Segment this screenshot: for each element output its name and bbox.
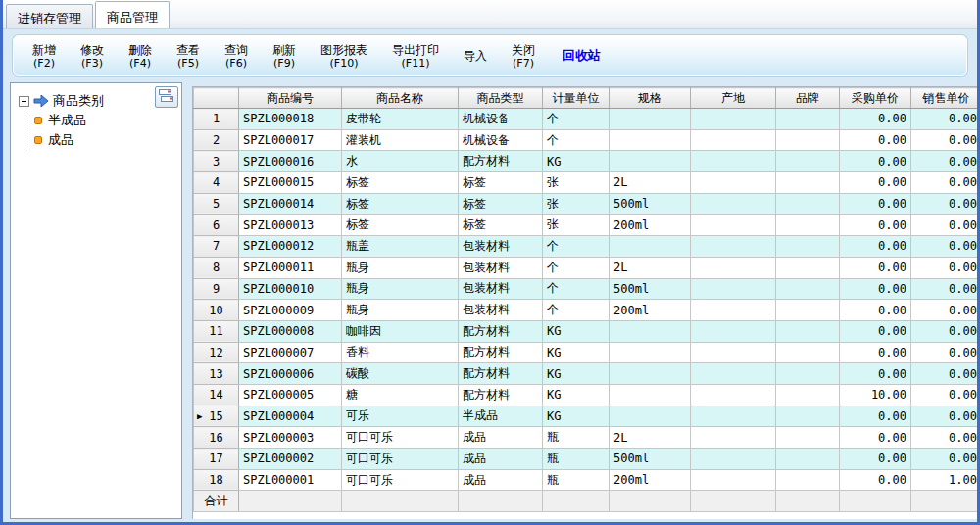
cell-type[interactable]: 成品	[459, 469, 543, 491]
cell-purchase[interactable]: 0.00	[840, 236, 911, 258]
cell-type[interactable]: 配方材料	[459, 320, 543, 342]
cell-spec[interactable]: 200ml	[610, 300, 691, 321]
cell-sale[interactable]: 0.00	[911, 215, 978, 236]
cell-purchase[interactable]: 0.00	[840, 342, 911, 363]
toolbar-button-f10[interactable]: 图形报表(F10)	[312, 40, 376, 72]
toolbar-button-f9[interactable]: 刷新(F9)	[264, 40, 305, 72]
cell-code[interactable]: SPZL000005	[239, 384, 342, 406]
cell-origin[interactable]	[691, 278, 776, 300]
cell-brand[interactable]	[776, 449, 840, 470]
cell-spec[interactable]: 500ml	[610, 193, 691, 215]
cell-sale[interactable]: 0.00	[911, 427, 978, 449]
cell-unit[interactable]: KG	[543, 384, 610, 406]
cell-brand[interactable]	[776, 129, 840, 151]
cell-unit[interactable]: KG	[543, 406, 610, 427]
cell-unit[interactable]: 张	[543, 193, 610, 215]
cell-type[interactable]: 配方材料	[459, 151, 543, 172]
cell-code[interactable]: SPZL000014	[239, 193, 342, 215]
cell-origin[interactable]	[691, 129, 776, 151]
toolbar-button-f4[interactable]: 删除(F4)	[120, 40, 161, 72]
cell-unit[interactable]: 个	[543, 109, 610, 130]
cell-brand[interactable]	[776, 257, 840, 278]
cell-sale[interactable]: 1.00	[911, 469, 978, 491]
cell-unit[interactable]: 瓶	[543, 449, 610, 470]
tree-node-1[interactable]: 成品	[34, 130, 181, 150]
cell-type[interactable]: 机械设备	[459, 109, 543, 130]
cell-type[interactable]: 包装材料	[459, 300, 543, 321]
cell-type[interactable]: 包装材料	[459, 257, 543, 278]
cell-spec[interactable]	[610, 363, 691, 385]
row-number-cell[interactable]: 14	[194, 384, 239, 406]
cell-name[interactable]: 可口可乐	[342, 469, 459, 491]
cell-type[interactable]: 成品	[459, 449, 543, 470]
cell-type[interactable]: 半成品	[459, 406, 543, 427]
cell-spec[interactable]: 200ml	[610, 469, 691, 491]
cell-code[interactable]: SPZL000017	[239, 129, 342, 151]
cell-brand[interactable]	[776, 342, 840, 363]
cell-purchase[interactable]: 0.00	[840, 129, 911, 151]
cell-purchase[interactable]: 0.00	[840, 469, 911, 491]
cell-purchase[interactable]: 0.00	[840, 427, 911, 449]
row-number-cell[interactable]: 11	[194, 320, 239, 342]
cell-spec[interactable]: 2L	[610, 172, 691, 194]
row-number-cell[interactable]: 3	[194, 151, 239, 172]
cell-spec[interactable]	[610, 406, 691, 427]
cell-brand[interactable]	[776, 215, 840, 236]
row-number-cell[interactable]: 4	[194, 172, 239, 194]
cell-brand[interactable]	[776, 384, 840, 406]
cell-sale[interactable]: 0.00	[911, 320, 978, 342]
cell-code[interactable]: SPZL000004	[239, 406, 342, 427]
column-header-0[interactable]	[194, 88, 239, 109]
cell-spec[interactable]: 200ml	[610, 215, 691, 236]
cell-origin[interactable]	[691, 320, 776, 342]
cell-name[interactable]: 咖啡因	[342, 320, 459, 342]
column-header-4[interactable]: 计量单位	[543, 88, 610, 109]
cell-origin[interactable]	[691, 427, 776, 449]
cell-brand[interactable]	[776, 427, 840, 449]
cell-unit[interactable]: 个	[543, 129, 610, 151]
cell-sale[interactable]: 0.00	[911, 384, 978, 406]
cell-origin[interactable]	[691, 193, 776, 215]
column-header-7[interactable]: 品牌	[776, 88, 840, 109]
cell-unit[interactable]: 张	[543, 215, 610, 236]
cell-brand[interactable]	[776, 236, 840, 258]
cell-code[interactable]: SPZL000007	[239, 342, 342, 363]
cell-name[interactable]: 水	[342, 151, 459, 172]
cell-origin[interactable]	[691, 215, 776, 236]
cell-type[interactable]: 标签	[459, 215, 543, 236]
cell-code[interactable]: SPZL000011	[239, 257, 342, 278]
cell-unit[interactable]: KG	[543, 363, 610, 385]
cell-unit[interactable]: KG	[543, 342, 610, 363]
cell-purchase[interactable]: 0.00	[840, 215, 911, 236]
row-number-cell[interactable]: ▶15	[194, 406, 239, 427]
toolbar-button-f2[interactable]: 新增(F2)	[24, 40, 65, 72]
row-number-cell[interactable]: 10	[194, 300, 239, 321]
cell-code[interactable]: SPZL000003	[239, 427, 342, 449]
tab-purchase-sale-inventory[interactable]: 进销存管理	[6, 4, 93, 28]
cell-name[interactable]: 瓶身	[342, 257, 459, 278]
table-row[interactable]: 6SPZL000013标签标签张200ml0.000.00	[194, 215, 978, 236]
table-row[interactable]: 9SPZL000010瓶身包装材料个500ml0.000.00	[194, 278, 978, 300]
cell-type[interactable]: 包装材料	[459, 236, 543, 258]
table-row[interactable]: 16SPZL000003可口可乐成品瓶2L0.000.00	[194, 427, 978, 449]
cell-purchase[interactable]: 0.00	[840, 363, 911, 385]
cell-type[interactable]: 配方材料	[459, 363, 543, 385]
cell-name[interactable]: 香料	[342, 342, 459, 363]
row-number-cell[interactable]: 16	[194, 427, 239, 449]
cell-name[interactable]: 可口可乐	[342, 427, 459, 449]
row-number-cell[interactable]: 17	[194, 449, 239, 470]
cell-sale[interactable]: 0.00	[911, 151, 978, 172]
table-row[interactable]: 13SPZL000006碳酸配方材料KG0.000.00	[194, 363, 978, 385]
table-row[interactable]: 4SPZL000015标签标签张2L0.000.00	[194, 172, 978, 194]
cell-sale[interactable]: 0.00	[911, 449, 978, 470]
cell-origin[interactable]	[691, 406, 776, 427]
cell-name[interactable]: 标签	[342, 172, 459, 194]
column-header-2[interactable]: 商品名称	[342, 88, 459, 109]
table-row[interactable]: 1SPZL000018皮带轮机械设备个0.000.00	[194, 109, 978, 130]
cell-spec[interactable]: 2L	[610, 257, 691, 278]
cell-purchase[interactable]: 0.00	[840, 278, 911, 300]
cell-brand[interactable]	[776, 109, 840, 130]
cell-spec[interactable]	[610, 109, 691, 130]
cell-name[interactable]: 瓶身	[342, 278, 459, 300]
cell-name[interactable]: 瓶盖	[342, 236, 459, 258]
